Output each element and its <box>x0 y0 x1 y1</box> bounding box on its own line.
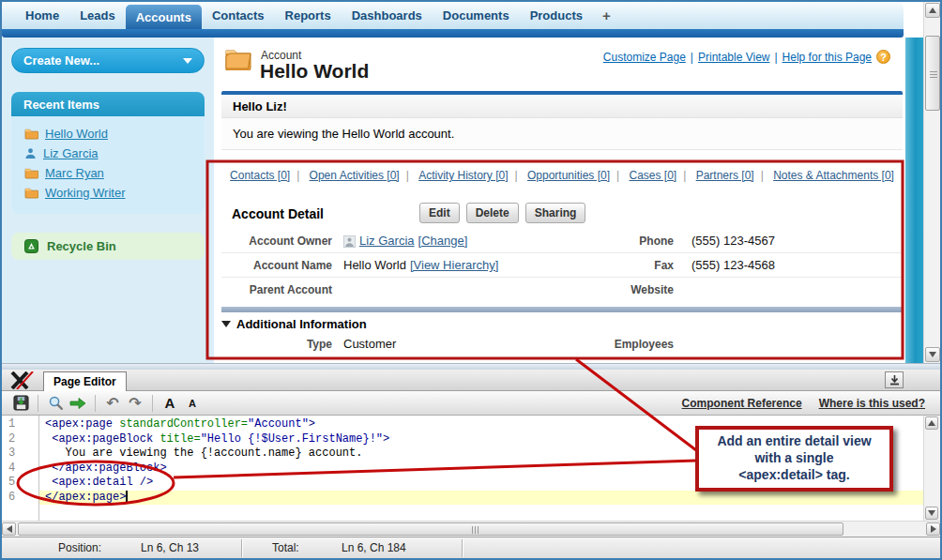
recent-item-marc-ryan[interactable]: Marc Ryan <box>45 166 104 180</box>
tab-accounts[interactable]: Accounts <box>126 5 202 29</box>
scroll-down-button[interactable] <box>925 507 938 520</box>
scroll-up-button[interactable] <box>925 416 938 430</box>
code-line[interactable]: 6</apex:page> <box>2 491 923 506</box>
recent-items-title: Recent Items <box>23 98 99 112</box>
type-label: Type <box>221 332 332 356</box>
help-icon[interactable]: ? <box>876 50 890 64</box>
link-separator: | <box>683 169 686 182</box>
tab-reports[interactable]: Reports <box>275 4 342 27</box>
additional-information-title: Additional Information <box>236 317 367 331</box>
link-separator: | <box>774 51 777 64</box>
position-label: Position: <box>58 537 101 559</box>
font-size-increase-button[interactable]: A <box>159 393 181 414</box>
code-line[interactable]: 5 <apex:detail /> <box>2 476 923 491</box>
code-line[interactable]: 4 </apex:pageBlock> <box>2 462 923 477</box>
page-editor-tab[interactable]: Page Editor <box>43 371 127 391</box>
sidebar: Create New... Recent Items Hello World L… <box>2 38 214 363</box>
phone-value: (555) 123-4567 <box>691 229 775 253</box>
additional-information-header[interactable]: Additional Information <box>221 317 367 331</box>
go-to-line-button[interactable] <box>67 393 89 414</box>
page-header-links: Customize Page | Printable View | Help f… <box>603 50 890 64</box>
printable-view-link[interactable]: Printable View <box>698 51 770 64</box>
pane-splitter[interactable] <box>2 363 940 370</box>
triangle-right-icon <box>931 525 936 533</box>
account-folder-icon <box>224 47 252 70</box>
person-icon <box>24 147 37 159</box>
scrollbar-thumb[interactable] <box>925 36 940 111</box>
tab-leads[interactable]: Leads <box>69 4 126 27</box>
editor-vertical-scrollbar[interactable] <box>923 416 940 521</box>
section-divider-bar <box>221 307 903 312</box>
tab-home[interactable]: Home <box>15 4 69 27</box>
total-label: Total: <box>272 537 299 559</box>
related-link-open-activities[interactable]: Open Activities [0] <box>310 169 400 182</box>
save-button[interactable] <box>9 393 32 414</box>
scroll-left-button[interactable] <box>2 522 16 536</box>
status-separator <box>241 539 242 557</box>
component-reference-link[interactable]: Component Reference <box>682 397 802 410</box>
scrollbar-thumb[interactable] <box>18 522 843 536</box>
editor-toolbar: ↶ ↷ A A Component Reference Where is thi… <box>2 391 940 416</box>
employees-label: Employees <box>570 332 674 356</box>
triangle-up-icon <box>928 420 935 426</box>
owner-change-link[interactable]: [Change] <box>418 229 468 253</box>
tab-contacts[interactable]: Contacts <box>202 4 275 27</box>
recent-item-liz-garcia[interactable]: Liz Garcia <box>43 146 99 160</box>
view-hierarchy-link[interactable]: [View Hierarchy] <box>410 253 498 278</box>
recent-item-working-writer[interactable]: Working Writer <box>45 186 125 200</box>
sharing-button[interactable]: Sharing <box>525 203 586 223</box>
editor-horizontal-scrollbar[interactable] <box>2 521 940 537</box>
code-editor[interactable]: 1<apex:page standardController="Account"… <box>2 416 923 521</box>
link-separator: | <box>761 169 764 182</box>
related-link-contacts[interactable]: Contacts [0] <box>230 169 290 182</box>
tab-products[interactable]: Products <box>520 4 593 27</box>
salesforce-window: Home Leads Accounts Contacts Reports Das… <box>0 0 942 560</box>
scroll-up-button[interactable] <box>925 3 940 18</box>
tab-documents[interactable]: Documents <box>433 4 520 27</box>
related-link-activity-history[interactable]: Activity History [0] <box>418 169 508 182</box>
chevron-down-icon <box>183 58 192 64</box>
main-vertical-scrollbar[interactable] <box>923 2 940 363</box>
toolbar-separator <box>152 395 153 412</box>
triangle-down-icon <box>929 352 936 357</box>
text-cursor <box>126 491 128 502</box>
tab-dashboards[interactable]: Dashboards <box>342 4 433 27</box>
customize-page-link[interactable]: Customize Page <box>603 51 686 64</box>
triangle-left-icon <box>7 525 12 533</box>
table-row: Account Name Hello World [View Hierarchy… <box>221 253 903 278</box>
create-new-button[interactable]: Create New... <box>11 48 205 73</box>
recent-item-hello-world[interactable]: Hello World <box>45 127 108 141</box>
related-link-cases[interactable]: Cases [0] <box>629 169 676 182</box>
search-icon <box>48 395 64 411</box>
table-row: Parent Account Website <box>221 278 903 302</box>
owner-link[interactable]: Liz Garcia <box>359 229 415 253</box>
related-link-opportunities[interactable]: Opportunities [0] <box>527 169 610 182</box>
recent-items-panel: Recent Items Hello World Liz Garcia Marc… <box>11 92 205 214</box>
related-link-notes-attachments[interactable]: Notes & Attachments [0] <box>773 169 894 182</box>
code-line[interactable]: 1<apex:page standardController="Account"… <box>2 417 923 432</box>
recycle-bin-link[interactable]: Recycle Bin <box>11 233 205 260</box>
hello-page-block: Hello Liz! You are viewing the Hello Wor… <box>221 91 903 150</box>
redo-icon: ↷ <box>129 396 141 411</box>
redo-button[interactable]: ↷ <box>124 393 146 414</box>
account-owner-label: Account Owner <box>221 229 332 253</box>
where-is-this-used-link[interactable]: Where is this used? <box>819 397 925 410</box>
undo-icon: ↶ <box>106 396 118 411</box>
phone-label: Phone <box>570 229 674 253</box>
code-line[interactable]: 2 <apex:pageBlock title="Hello {!$User.F… <box>2 432 923 447</box>
related-link-partners[interactable]: Partners [0] <box>696 169 754 182</box>
font-size-decrease-button[interactable]: A <box>181 393 204 414</box>
list-item: Liz Garcia <box>11 144 205 163</box>
account-name-label: Account Name <box>221 253 332 278</box>
code-line[interactable]: 3 You are viewing the {!account.name} ac… <box>2 446 923 462</box>
delete-button[interactable]: Delete <box>466 203 519 223</box>
undo-button[interactable]: ↶ <box>101 393 124 414</box>
edit-button[interactable]: Edit <box>419 203 460 223</box>
scroll-right-button[interactable] <box>926 522 940 536</box>
scroll-down-button[interactable] <box>925 347 940 362</box>
collapse-editor-button[interactable] <box>885 371 904 388</box>
toolbar-separator <box>38 395 38 412</box>
search-button[interactable] <box>44 393 67 414</box>
tab-add-plus[interactable]: + <box>593 4 620 27</box>
help-for-page-link[interactable]: Help for this Page <box>782 51 872 64</box>
